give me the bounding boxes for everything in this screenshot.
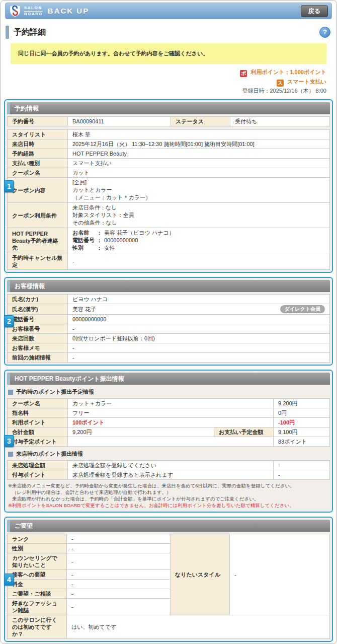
use-points-line: ポ 利用ポイント：1,000ポイント [11, 67, 326, 77]
table-row: 付与ポイント 来店処理金額を登録すると表示されます - [8, 470, 330, 480]
field-value: - [68, 324, 330, 334]
contact-name-value: 美容 花子（ビヨウ ハナコ） [104, 230, 175, 236]
subsection-title: 来店時のポイント振出情報 [16, 450, 83, 458]
price-value: 9,200円 [274, 399, 330, 408]
point-badge-icon: ポ [240, 70, 247, 77]
first-visit-value: はい、初めてです [67, 615, 330, 639]
field-label: クーポン内容 [8, 178, 68, 203]
reservation-detail-page: SALON BOARD BACK UP 戻る 予約詳細 ? 同じ日に同一会員の予… [0, 0, 337, 644]
use-points-value: 100ポイント [68, 418, 274, 427]
table-row: 支払い種別 スマート支払い [8, 159, 330, 168]
field-label: 氏名(カナ) [8, 295, 68, 304]
field-value: 来店処理金額を登録してください [68, 461, 274, 470]
field-label: 料金 [8, 580, 67, 589]
field-value: - [67, 553, 171, 570]
field-label: お客様メモ [8, 343, 68, 353]
field-label: 来店回数 [8, 334, 68, 343]
table-row: 予約番号 BA00090411 ステータス 受付待ち [8, 117, 330, 126]
table-row: 予約時キャンセル規定 - [8, 253, 330, 270]
table-row: 付与予定ポイント 83ポイント [8, 437, 330, 447]
table-row: 来店処理金額 来店処理金額を登録してください - [8, 461, 330, 470]
contact-tel-value: 00000000000 [104, 237, 138, 243]
field-value: スマート支払い [68, 159, 330, 168]
table-row: お客様番号 - [8, 324, 330, 334]
registered-datetime: 登録日時：2025/12/16（木） 8:00 [11, 87, 326, 95]
field-label: クーポン名 [8, 399, 68, 408]
field-label: 氏名(漢字) [8, 304, 68, 315]
section-reservation-info: 1 予約情報 予約番号 BA00090411 ステータス 受付待ち スタイリスト… [4, 99, 333, 273]
field-value: - [68, 353, 330, 363]
field-label: カウンセリングで知りたいこと [8, 553, 67, 570]
table-row: 利用ポイント 100ポイント -100円 [8, 418, 330, 427]
field-value: - [68, 343, 330, 353]
field-label: 支払い種別 [8, 159, 68, 168]
table-row: 氏名(漢字) 美容 花子 ダイレクト会員 [8, 304, 330, 315]
field-value: - [67, 544, 171, 553]
contact-gender-value: 女性 [104, 245, 115, 251]
contact-key: 電話番号 [72, 237, 97, 244]
points-notes: ※来店後のメニュー変更など、予約時金額から変更が発生した場合は、来店日を含めて6… [8, 482, 329, 509]
field-label: 性別 [8, 544, 67, 553]
section-customer-info: 2 お客様情報 氏名(カナ) ビヨウ ハナコ 氏名(漢字) 美容 花子 ダイレク… [4, 277, 333, 366]
table-row: お客様メモ - [8, 343, 330, 353]
table-row: 来店回数 0回(サロンボード登録以前：0回) [8, 334, 330, 343]
back-button[interactable]: 戻る [301, 5, 328, 17]
field-label: 電話番号 [8, 315, 68, 324]
field-value: 2025年12月16日（火） 11:30–12:30 施術時間[01:00] 施… [68, 139, 330, 149]
field-label: クーポン利用条件 [8, 203, 68, 228]
field-label: ステータス [171, 117, 230, 126]
field-label: ご要望・ご相談 [8, 589, 67, 599]
section-title: 予約情報 [15, 104, 39, 113]
field-value: 0回(サロンボード登録以前：0回) [68, 334, 330, 343]
field-value: - [67, 534, 171, 544]
salon-board-shield-icon [9, 4, 21, 18]
help-button[interactable]: ? [319, 27, 330, 38]
coupon-terms-value: 来店日条件：なし 対象スタイリスト：全員 その他条件：なし [68, 203, 330, 228]
section-number-badge: 1 [4, 180, 14, 192]
field-value: カット＋カラー [68, 399, 274, 408]
section-header: 予約情報 [7, 102, 330, 114]
table-row: 電話番号 00000000000 [8, 315, 330, 324]
page-title: 予約詳細 [14, 27, 46, 38]
section-number-badge: 4 [4, 574, 14, 586]
table-row: スタイリスト 桜木 華 [8, 130, 330, 139]
use-points-text: 利用ポイント：1,000ポイント [250, 69, 326, 75]
section-points-info: 3 HOT PEPPER Beautyポイント振出情報 予約時のポイント振出予定… [4, 370, 333, 513]
field-value: カット [68, 168, 330, 178]
note-line: ※来店後のメニュー変更など、予約時金額から変更が発生した場合は、来店日を含めて6… [8, 482, 329, 489]
square-bullet-icon [8, 390, 13, 395]
requests-table: ランク - なりたいスタイル - 性別 - カウンセリングで知りたいこと - 接… [7, 534, 330, 639]
app-header: SALON BOARD BACK UP 戻る [5, 3, 332, 19]
note-line: （レジ利用中の場合は、会計と合わせて来店処理が自動で行われます。） [8, 489, 329, 495]
field-label: 合計金額 [8, 427, 68, 437]
field-label: 予約時キャンセル規定 [8, 253, 68, 270]
contact-value: お名前：美容 花子（ビヨウ ハナコ） 電話番号：00000000000 性別：女… [68, 228, 330, 253]
field-value: 来店処理金額を登録すると表示されます [68, 470, 274, 480]
contact-key: お名前 [72, 229, 97, 237]
price-value: 0円 [274, 408, 330, 418]
field-label: スタイリスト [8, 130, 68, 139]
contact-tel-line: 電話番号：00000000000 [72, 237, 325, 244]
field-label: ランク [8, 534, 67, 544]
customer-name-cell: 美容 花子 ダイレクト会員 [68, 304, 330, 315]
field-label: クーポン名 [8, 168, 68, 178]
contact-separator: ： [97, 230, 102, 236]
section-header: ご要望 [7, 520, 330, 532]
field-label: お支払い予定金額 [214, 427, 273, 437]
coupon-terms-line: 対象スタイリスト：全員 [72, 211, 325, 219]
subsection-visit-points: 来店時のポイント振出情報 [8, 450, 329, 458]
visit-points-table: 来店処理金額 来店処理金額を登録してください - 付与ポイント 来店処理金額を登… [7, 460, 330, 480]
booking-points-table: クーポン名 カット＋カラー 9,200円 指名料 フリー 0円 利用ポイント 1… [7, 398, 330, 447]
table-row: HOT PEPPER Beauty予約者連絡先 お名前：美容 花子（ビヨウ ハナ… [8, 228, 330, 253]
section-title: ご要望 [15, 522, 33, 530]
reservation-meta: ポ 利用ポイント：1,000ポイント ス スマート支払い 登録日時：2025/1… [11, 67, 326, 95]
field-value: ビヨウ ハナコ [68, 295, 330, 304]
contact-separator: ： [97, 245, 102, 251]
section-title: HOT PEPPER Beautyポイント振出情報 [15, 375, 124, 383]
table-row: クーポン名 カット＋カラー 9,200円 [8, 399, 330, 408]
contact-name-line: お名前：美容 花子（ビヨウ ハナコ） [72, 229, 325, 237]
status-value: 受付待ち [230, 117, 330, 126]
coupon-detail-value: [全員] カットとカラー （メニュー：カット＊カラー） [68, 178, 330, 203]
square-bullet-icon [8, 452, 13, 457]
subsection-booking-points: 予約時のポイント振出予定情報 [8, 388, 329, 396]
